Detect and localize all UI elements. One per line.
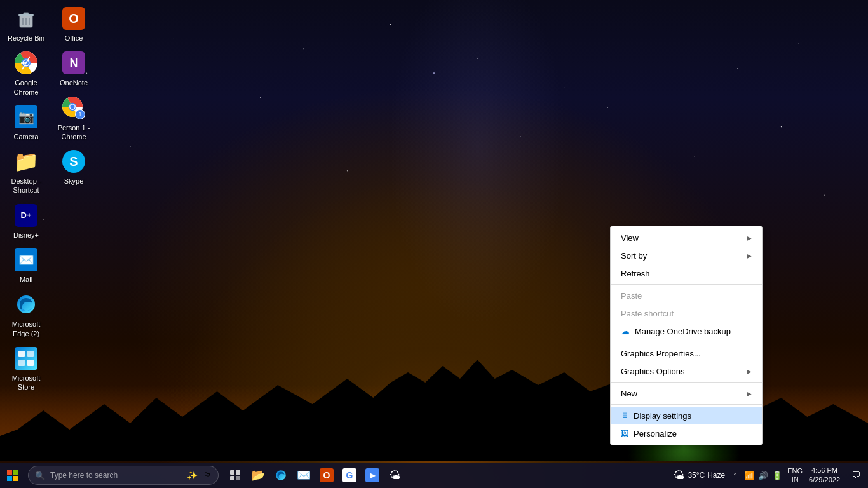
- display-settings-icon: 🖥: [621, 411, 628, 420]
- disney-plus-label: Disney+: [13, 231, 39, 240]
- context-menu-manage-onedrive[interactable]: ☁ Manage OneDrive backup: [611, 322, 762, 340]
- gtv-taskbar-button[interactable]: ▶: [361, 464, 384, 487]
- svg-rect-26: [230, 476, 234, 480]
- context-menu-sort-by[interactable]: Sort by ▶: [611, 247, 762, 264]
- language-indicator[interactable]: ENG IN: [787, 467, 803, 484]
- context-menu-paste[interactable]: Paste: [611, 287, 762, 304]
- svg-rect-12: [18, 351, 25, 357]
- svg-rect-20: [7, 470, 12, 475]
- weather-temp: 35°C: [688, 471, 705, 480]
- start-button[interactable]: [0, 463, 25, 488]
- clock-date: 6/29/2022: [809, 475, 840, 485]
- taskbar-right: 🌤 35°C Haze ^ 📶 🔊 🔋: [674, 466, 868, 485]
- file-explorer-icon: 📂: [251, 468, 265, 482]
- skype-icon-item[interactable]: S Skype: [51, 146, 97, 188]
- recycle-bin-icon: [13, 6, 39, 31]
- microsoft-edge-icon: [13, 292, 39, 317]
- context-menu: View ▶ Sort by ▶ Refresh Paste Paste sho…: [610, 226, 763, 445]
- office-icon-item[interactable]: O Office: [51, 3, 97, 45]
- context-menu-view[interactable]: View ▶: [611, 229, 762, 247]
- file-explorer-button[interactable]: 📂: [247, 464, 269, 487]
- onenote-icon: N: [61, 50, 86, 76]
- context-menu-graphics-properties[interactable]: Graphics Properties...: [611, 344, 762, 362]
- tray-chevron-button[interactable]: ^: [729, 469, 742, 482]
- desktop-shortcut-icon-item[interactable]: 📁 Desktop - Shortcut: [3, 146, 49, 198]
- office-taskbar-icon: O: [320, 468, 334, 482]
- desktop-icons-col2: O Office N OneNote: [51, 3, 97, 191]
- disney-plus-icon: D+: [13, 203, 39, 228]
- google-taskbar-icon: G: [342, 468, 356, 482]
- context-menu-view-label: View: [621, 233, 639, 243]
- person1-chrome-icon: 1: [61, 95, 86, 121]
- tray-volume-button[interactable]: 🔊: [757, 469, 770, 482]
- context-menu-display-settings-label: Display settings: [634, 411, 691, 421]
- mail-taskbar-icon: ✉️: [297, 468, 311, 482]
- weather-icon: 🌤: [674, 469, 685, 482]
- context-menu-onedrive-label: Manage OneDrive backup: [635, 327, 731, 336]
- weather-info[interactable]: 🌤 35°C Haze: [674, 469, 725, 482]
- graphics-options-arrow-icon: ▶: [747, 368, 752, 375]
- divider-3: [611, 382, 762, 383]
- context-menu-sort-by-label: Sort by: [621, 251, 647, 261]
- context-menu-new[interactable]: New ▶: [611, 384, 762, 402]
- office-label: Office: [65, 34, 83, 43]
- view-arrow-icon: ▶: [747, 234, 752, 241]
- context-menu-graphics-properties-label: Graphics Properties...: [621, 349, 701, 358]
- search-bar[interactable]: 🔍 Type here to search ✨ 🏳: [28, 466, 219, 485]
- disney-plus-icon-item[interactable]: D+ Disney+: [3, 200, 49, 242]
- clock[interactable]: 4:56 PM 6/29/2022: [806, 466, 843, 485]
- battery-icon: 🔋: [772, 471, 782, 480]
- edge-taskbar-button[interactable]: [269, 464, 292, 487]
- svg-rect-24: [230, 470, 234, 475]
- context-menu-graphics-options[interactable]: Graphics Options ▶: [611, 362, 762, 380]
- search-icon: 🔍: [35, 471, 45, 480]
- divider-2: [611, 342, 762, 342]
- svg-rect-22: [7, 476, 12, 481]
- new-arrow-icon: ▶: [747, 390, 752, 397]
- desktop-icons-col1: Recycle Bin Google Chrome: [3, 3, 49, 397]
- google-chrome-icon-item[interactable]: Google Chrome: [3, 48, 49, 99]
- context-menu-paste-shortcut[interactable]: Paste shortcut: [611, 304, 762, 322]
- search-placeholder: Type here to search: [50, 471, 182, 480]
- person1-chrome-icon-item[interactable]: 1 Person 1 - Chrome: [51, 93, 97, 144]
- microsoft-edge-label: Microsoft Edge (2): [6, 320, 46, 338]
- office-icon: O: [61, 6, 86, 31]
- weather-taskbar-button[interactable]: 🌤: [384, 464, 407, 487]
- notification-button[interactable]: 🗨: [846, 466, 865, 485]
- task-view-button[interactable]: [224, 464, 247, 487]
- lang-text: ENG: [787, 467, 803, 475]
- mail-taskbar-button[interactable]: ✉️: [292, 464, 315, 487]
- recycle-bin-icon-item[interactable]: Recycle Bin: [3, 3, 49, 45]
- context-menu-refresh-label: Refresh: [621, 269, 650, 278]
- volume-icon: 🔊: [758, 471, 768, 480]
- weather-taskbar-icon: 🌤: [390, 469, 401, 482]
- camera-icon: 📷: [13, 104, 39, 130]
- microsoft-edge-icon-item[interactable]: Microsoft Edge (2): [3, 289, 49, 341]
- mail-icon-item[interactable]: ✉️ Mail: [3, 245, 49, 287]
- skype-label: Skype: [64, 177, 84, 186]
- camera-icon-item[interactable]: 📷 Camera: [3, 102, 49, 144]
- context-menu-display-settings[interactable]: 🖥 Display settings: [611, 407, 762, 424]
- google-taskbar-button[interactable]: G: [338, 464, 361, 487]
- svg-rect-14: [18, 360, 25, 366]
- system-tray: ^ 📶 🔊 🔋: [729, 469, 783, 482]
- divider-1: [611, 284, 762, 285]
- google-chrome-label: Google Chrome: [6, 78, 46, 97]
- context-menu-refresh[interactable]: Refresh: [611, 264, 762, 282]
- svg-rect-2: [18, 14, 34, 16]
- tray-network-button[interactable]: 📶: [743, 469, 756, 482]
- tray-battery-button[interactable]: 🔋: [771, 469, 783, 482]
- desktop: Recycle Bin Google Chrome: [0, 0, 868, 488]
- onenote-icon-item[interactable]: N OneNote: [51, 48, 97, 90]
- gtv-taskbar-icon: ▶: [365, 468, 379, 482]
- context-menu-paste-label: Paste: [621, 291, 642, 301]
- divider-4: [611, 404, 762, 405]
- context-menu-personalize[interactable]: 🖼 Personalize: [611, 424, 762, 442]
- microsoft-store-icon-item[interactable]: Microsoft Store: [3, 343, 49, 395]
- context-menu-paste-shortcut-label: Paste shortcut: [621, 309, 674, 318]
- svg-rect-27: [236, 476, 240, 480]
- microsoft-store-label: Microsoft Store: [6, 374, 46, 392]
- microsoft-store-icon: [13, 346, 39, 371]
- office-taskbar-button[interactable]: O: [315, 464, 338, 487]
- personalize-icon: 🖼: [621, 429, 628, 438]
